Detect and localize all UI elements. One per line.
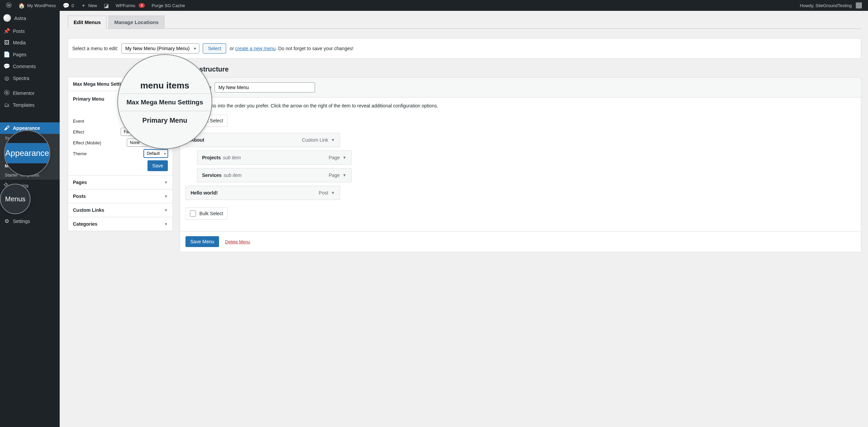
wrench-icon: 🔧 [3, 206, 10, 212]
submenu-menus[interactable]: Menus [0, 161, 60, 170]
chevron-down-icon: ▼ [164, 222, 168, 226]
bulk-select-top[interactable]: Bulk Select [185, 115, 228, 127]
sidebar-item-media[interactable]: 🖼Media [0, 37, 60, 48]
plugin-icon: 🔌 [3, 182, 10, 189]
menu-item[interactable]: Servicessub item Page▼ [197, 168, 352, 182]
howdy-text: Howdy, SiteGroundTesting [800, 3, 852, 8]
delete-menu-link[interactable]: Delete Menu [225, 239, 250, 244]
spectra-icon: ◎ [3, 75, 10, 81]
bulk-select-bottom[interactable]: Bulk Select [185, 207, 228, 220]
instructions-text: Drag the items into the order you prefer… [185, 103, 855, 108]
wpforms-label: WPForms [116, 3, 135, 8]
nav-tabs: Edit Menus Manage Locations [68, 16, 861, 29]
comment-icon: 💬 [3, 63, 10, 69]
sidebar-item-posts[interactable]: 📌Posts [0, 25, 60, 37]
tab-edit-menus[interactable]: Edit Menus [68, 16, 106, 29]
create-menu-link[interactable]: create a new menu [235, 46, 276, 51]
purge-cache[interactable]: Purge SG Cache [148, 0, 188, 11]
effect-mobile-select[interactable]: None [127, 139, 147, 147]
enable-checkbox[interactable] [162, 106, 168, 112]
menu-selector-row: Select a menu to edit: My New Menu (Prim… [68, 38, 861, 59]
metabox-pages: Pages▼ [68, 176, 173, 189]
sidebar-item-plugins[interactable]: 🔌Plugins [0, 180, 60, 191]
primary-menu-label: Primary Menu [73, 96, 104, 102]
metabox-pages-head[interactable]: Pages▼ [68, 176, 173, 189]
mmm-settings-box: Max Mega Menu Settings ▲ Primary Menu ⋮ [68, 77, 173, 176]
select-button[interactable]: Select [203, 43, 226, 54]
sidebar-item-settings[interactable]: ⚙Settings [0, 215, 60, 227]
sidebar-item-appearance[interactable]: 🖌Appearance [0, 122, 60, 134]
sidebar-item-spectra[interactable]: ◎Spectra [0, 72, 60, 84]
theme-select[interactable]: Default [144, 149, 168, 158]
sidebar-item-astra[interactable]: Astra [0, 11, 60, 25]
admin-sidebar: Astra 📌Posts 🖼Media 📄Pages 💬Comments ◎Sp… [0, 11, 60, 427]
submenu-starter[interactable]: Starter Templates [0, 170, 60, 180]
menu-item[interactable]: Projectssub item Page▼ [197, 150, 352, 165]
mmm-settings-head[interactable]: Max Mega Menu Settings ▲ [68, 77, 173, 91]
submenu-customize[interactable]: Customize [0, 143, 60, 152]
sidebar-item-templates[interactable]: 🗂Templates [0, 99, 60, 111]
effect-select[interactable]: Fade Up [121, 128, 147, 136]
astra-logo-icon [3, 14, 11, 22]
chevron-down-icon: ▼ [164, 208, 168, 212]
add-menu-items-column: Add menu items Max Mega Menu Settings ▲ … [68, 65, 173, 231]
event-select[interactable]: Hover Intent [135, 117, 168, 125]
sidebar-item-users[interactable]: 👤Users [0, 191, 60, 203]
sidebar-item-pages[interactable]: 📄Pages [0, 48, 60, 60]
elementor-icon: ⓔ [3, 89, 10, 97]
metabox-posts: Posts▼ [68, 189, 173, 203]
purge-label: Purge SG Cache [152, 3, 185, 8]
comments-link[interactable]: 💬0 [59, 0, 77, 11]
menu-select[interactable]: My New Menu (Primary Menu) [121, 43, 199, 54]
menu-item[interactable]: About Custom Link▼ [185, 133, 340, 147]
wpforms-link[interactable]: WPForms4 [112, 0, 148, 11]
save-menu-button[interactable]: Save Menu [185, 236, 219, 247]
brush-icon: 🖌 [3, 125, 10, 131]
tab-manage-locations[interactable]: Manage Locations [108, 16, 164, 28]
event-label: Event [73, 119, 84, 124]
admin-bar: ⓦ 🏠My WordPress 💬0 ＋New ◪ WPForms4 Purge… [0, 0, 868, 11]
metabox-posts-head[interactable]: Posts▼ [68, 189, 173, 203]
select-suffix: or create a new menu. Do not forget to s… [230, 46, 353, 51]
metabox-custom-links-head[interactable]: Custom Links▼ [68, 203, 173, 217]
menu-items-list: About Custom Link▼ Projectssub item Page… [185, 133, 855, 200]
new-content[interactable]: ＋New [77, 0, 100, 11]
kebab-icon[interactable]: ⋮ [159, 95, 168, 103]
menu-structure-heading: Menu structure [180, 65, 861, 73]
metabox-categories: Categories▼ [68, 217, 173, 231]
menu-edit-panel: Menu Name Drag the items into the order … [180, 77, 861, 252]
appearance-submenu: Themes Customize Widgets Menus Starter T… [0, 134, 60, 180]
chevron-down-icon: ▼ [331, 190, 335, 195]
pin-icon: 📌 [3, 28, 10, 34]
site-name[interactable]: 🏠My WordPress [15, 0, 59, 11]
chevron-down-icon: ▼ [342, 173, 347, 178]
sliders-icon: ⚙ [3, 218, 10, 224]
yoast-icon[interactable]: ◪ [100, 0, 112, 11]
chevron-up-icon: ▲ [164, 82, 168, 86]
sidebar-item-elementor[interactable]: ⓔElementor [0, 87, 60, 99]
user-icon: 👤 [3, 194, 10, 201]
comments-count: 0 [72, 3, 74, 8]
submenu-themes[interactable]: Themes [0, 134, 60, 143]
sidebar-item-tools[interactable]: 🔧Tools [0, 203, 60, 215]
chevron-down-icon: ▼ [342, 155, 347, 160]
metabox-categories-head[interactable]: Categories▼ [68, 217, 173, 231]
effect-mobile-speed-select[interactable]: Fast [149, 139, 168, 147]
main-content: Edit Menus Manage Locations Select a men… [60, 11, 868, 427]
effect-label: Effect [73, 129, 84, 135]
menu-item[interactable]: Hello world! Post▼ [185, 186, 340, 200]
site-name-label: My WordPress [27, 3, 56, 8]
templates-icon: 🗂 [3, 102, 10, 108]
menu-name-input[interactable] [215, 82, 315, 93]
submenu-widgets[interactable]: Widgets [0, 152, 60, 161]
wpforms-badge: 4 [139, 3, 145, 8]
metabox-custom-links: Custom Links▼ [68, 203, 173, 217]
my-account[interactable]: Howdy, SiteGroundTesting [796, 0, 865, 11]
effect-mobile-label: Effect (Mobile) [73, 140, 101, 145]
sidebar-item-comments[interactable]: 💬Comments [0, 60, 60, 72]
effect-speed-select[interactable]: Fast [149, 128, 168, 136]
bulk-checkbox-bottom[interactable] [190, 210, 196, 217]
mmm-save-button[interactable]: Save [147, 160, 168, 171]
bulk-checkbox-top[interactable] [190, 118, 196, 124]
wp-logo[interactable]: ⓦ [3, 0, 15, 11]
